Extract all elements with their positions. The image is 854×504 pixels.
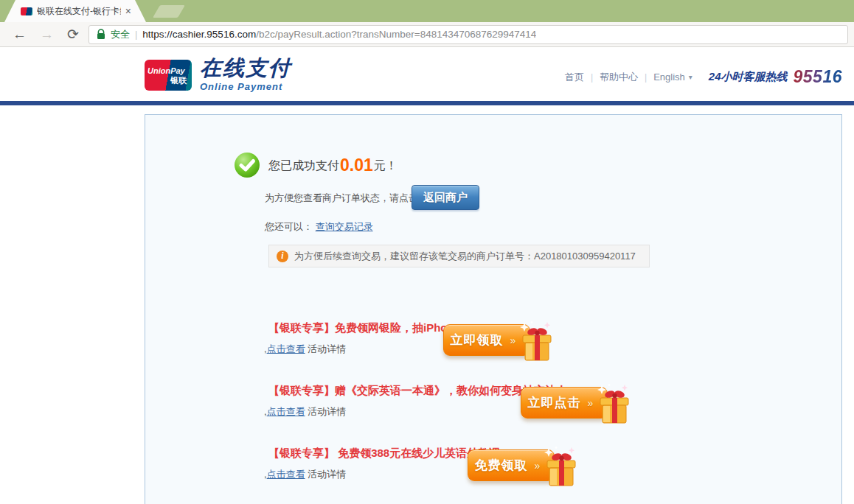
chevron-right-icon: » bbox=[588, 397, 594, 409]
url-origin: https://cashier.95516.com bbox=[142, 29, 256, 40]
url-separator: | bbox=[135, 29, 137, 40]
language-selector[interactable]: English ▾ bbox=[653, 71, 692, 83]
payment-result-panel: 您已成功支付0.01元！ 为方便您查看商户订单状态，请点击 返回商户 您还可以：… bbox=[145, 114, 842, 504]
hotline-label: 24小时客服热线 bbox=[709, 70, 788, 84]
hotline-number: 95516 bbox=[794, 67, 842, 87]
success-message: 您已成功支付0.01元！ bbox=[268, 155, 398, 175]
promo-link-row: ,点击查看 活动详情 bbox=[264, 343, 346, 356]
also-label: 您还可以： bbox=[265, 221, 313, 232]
reload-icon[interactable]: ⟳ bbox=[60, 27, 86, 41]
language-label: English bbox=[653, 71, 685, 83]
logo-product-cn: 在线支付 bbox=[200, 57, 291, 79]
success-message-row: 您已成功支付0.01元！ bbox=[234, 152, 398, 178]
nav-separator: | bbox=[591, 72, 593, 83]
promo-claim-button[interactable]: 立即领取 » bbox=[443, 324, 530, 356]
nav-help-link[interactable]: 帮助中心 bbox=[600, 71, 638, 84]
promo-button-label: 立即点击 bbox=[528, 394, 581, 411]
chevron-down-icon: ▾ bbox=[689, 73, 692, 81]
gift-icon bbox=[516, 321, 556, 363]
promo-link-row: ,点击查看 活动详情 bbox=[264, 468, 346, 481]
new-tab-button[interactable] bbox=[153, 5, 185, 18]
success-check-icon bbox=[234, 152, 260, 178]
browser-tabstrip: 银联在线支付-银行卡综合 × bbox=[0, 0, 854, 22]
promo-link-suffix: 活动详情 bbox=[305, 406, 347, 417]
unionpay-favicon-icon bbox=[21, 7, 32, 15]
lock-icon bbox=[97, 29, 105, 40]
promo-button-label: 立即领取 bbox=[451, 332, 504, 349]
promo-link-row: ,点击查看 活动详情 bbox=[264, 405, 346, 419]
logo-text: 在线支付 Online Payment bbox=[200, 57, 291, 92]
promo-details-link[interactable]: 点击查看 bbox=[267, 406, 305, 417]
merchant-hint: 为方便您查看商户订单状态，请点击 bbox=[265, 186, 418, 211]
promo-title: 【银联专享】免费领网银险，抽iPhone X bbox=[268, 321, 471, 335]
promo-details-link[interactable]: 点击查看 bbox=[267, 469, 305, 480]
notice-text: 为方便后续查询交易，建议留存该笔交易的商户订单号：A20180103095942… bbox=[294, 250, 636, 263]
browser-tab[interactable]: 银联在线支付-银行卡综合 × bbox=[4, 0, 146, 22]
also-row: 您还可以： 查询交易记录 bbox=[265, 220, 373, 234]
forward-icon[interactable]: → bbox=[33, 27, 60, 41]
nav-separator: | bbox=[645, 72, 647, 83]
promo-link-suffix: 活动详情 bbox=[305, 469, 347, 480]
logo-brand-cn: 银联 bbox=[170, 75, 187, 86]
header-divider bbox=[0, 101, 854, 105]
paid-amount: 0.01 bbox=[339, 155, 374, 175]
success-prefix: 您已成功支付 bbox=[268, 159, 339, 172]
promo-link-suffix: 活动详情 bbox=[305, 343, 347, 354]
chevron-right-icon: » bbox=[510, 335, 516, 346]
promo-claim-button[interactable]: 免费领取 » bbox=[468, 449, 555, 481]
header-nav: 首页 | 帮助中心 | English ▾ 24小时客服热线 95516 bbox=[565, 67, 842, 87]
promo-details-link[interactable]: 点击查看 bbox=[267, 343, 305, 354]
url-bar[interactable]: 安全 | https://cashier.95516.com/b2c/payRe… bbox=[88, 25, 848, 44]
site-header: UnionPay 银联 在线支付 Online Payment 首页 | 帮助中… bbox=[0, 48, 854, 101]
back-icon[interactable]: ← bbox=[6, 27, 33, 41]
nav-home-link[interactable]: 首页 bbox=[565, 71, 584, 84]
order-number-notice: i 为方便后续查询交易，建议留存该笔交易的商户订单号：A201801030959… bbox=[268, 245, 650, 267]
unionpay-logo[interactable]: UnionPay 银联 在线支付 Online Payment bbox=[145, 57, 291, 92]
url-path: /b2c/payResult.action?transNumber=848143… bbox=[256, 29, 536, 40]
logo-brand-en: UnionPay bbox=[147, 66, 185, 75]
gift-icon bbox=[594, 383, 633, 426]
promo-claim-button[interactable]: 立即点击 » bbox=[521, 387, 608, 419]
promo-title: 【银联专享】 免费领388元在线少儿英语外教课 bbox=[268, 447, 500, 461]
gift-icon bbox=[541, 446, 580, 489]
promo-button-label: 免费领取 bbox=[475, 457, 528, 474]
chevron-right-icon: » bbox=[535, 460, 541, 472]
return-merchant-button[interactable]: 返回商户 bbox=[412, 185, 479, 210]
success-suffix: 元！ bbox=[374, 159, 398, 172]
query-transactions-link[interactable]: 查询交易记录 bbox=[316, 221, 373, 232]
screen: 银联在线支付-银行卡综合 × ← → ⟳ 安全 | https://cashie… bbox=[0, 0, 854, 504]
tab-title: 银联在线支付-银行卡综合 bbox=[37, 5, 121, 18]
browser-toolbar: ← → ⟳ 安全 | https://cashier.95516.com/b2c… bbox=[0, 22, 854, 47]
unionpay-logo-icon: UnionPay 银联 bbox=[145, 60, 192, 91]
info-icon: i bbox=[277, 251, 288, 262]
logo-product-en: Online Payment bbox=[200, 81, 291, 92]
url-text: https://cashier.95516.com/b2c/payResult.… bbox=[142, 29, 536, 40]
security-label: 安全 bbox=[111, 28, 130, 41]
close-icon[interactable]: × bbox=[125, 6, 131, 16]
